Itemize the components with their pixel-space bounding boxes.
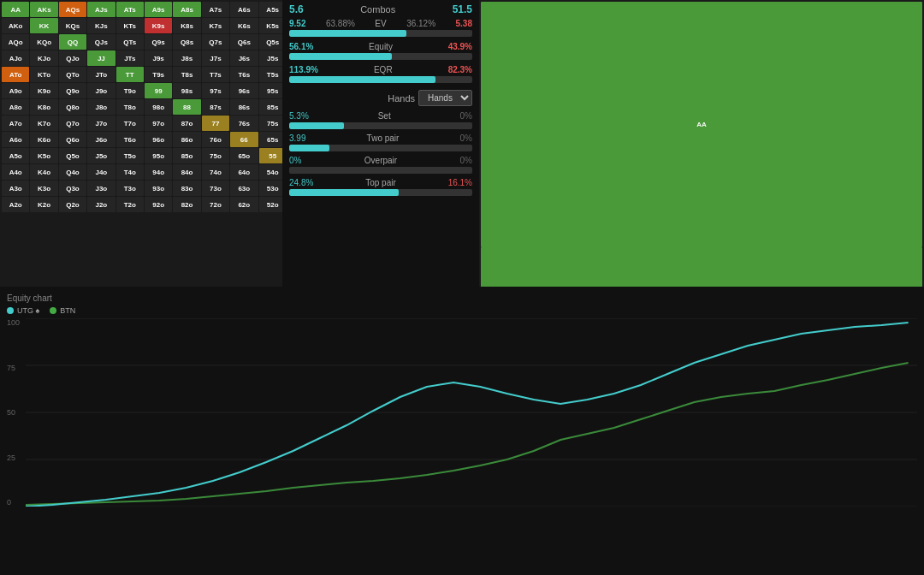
matrix-cell[interactable]: T8s xyxy=(173,67,200,82)
matrix-cell[interactable]: T9s xyxy=(145,67,172,82)
matrix-cell[interactable]: K8o xyxy=(30,99,57,115)
matrix-cell[interactable]: QQ xyxy=(59,34,86,50)
matrix-cell[interactable]: 52o xyxy=(259,197,282,212)
matrix-cell[interactable]: 76s xyxy=(230,116,258,131)
matrix-cell[interactable]: 65s xyxy=(259,132,282,147)
matrix-cell[interactable]: 66 xyxy=(230,132,258,147)
matrix-cell[interactable]: AQo xyxy=(2,34,29,50)
matrix-cell[interactable]: Q4o xyxy=(59,164,86,180)
matrix-cell[interactable]: KJs xyxy=(87,18,115,33)
matrix-cell[interactable]: J8s xyxy=(173,50,200,66)
matrix-cell[interactable]: 94o xyxy=(145,164,172,180)
matrix-cell[interactable]: J3o xyxy=(87,181,115,196)
matrix-cell[interactable]: J6s xyxy=(230,50,258,66)
matrix-cell[interactable]: A6s xyxy=(230,2,258,17)
matrix-cell[interactable]: K9s xyxy=(145,18,172,33)
matrix-cell[interactable]: J8o xyxy=(87,99,115,115)
matrix-cell[interactable]: 96s xyxy=(230,83,258,98)
matrix-cell[interactable]: JTs xyxy=(116,50,144,66)
matrix-cell[interactable]: Q8s xyxy=(173,34,200,50)
matrix-cell[interactable]: A9o xyxy=(2,83,29,98)
matrix-cell[interactable]: 93o xyxy=(145,181,172,196)
matrix-cell[interactable]: Q6s xyxy=(230,34,258,50)
matrix-cell[interactable]: AA xyxy=(2,2,29,17)
matrix-cell[interactable]: 87o xyxy=(173,116,200,131)
matrix-cell[interactable]: T4o xyxy=(116,164,144,180)
matrix-cell[interactable]: 82o xyxy=(173,197,200,212)
matrix-cell[interactable]: 74o xyxy=(202,164,229,180)
matrix-cell[interactable]: 54o xyxy=(259,164,282,180)
matrix-cell[interactable]: 65o xyxy=(230,148,258,163)
matrix-cell[interactable]: Q7s xyxy=(202,34,229,50)
matrix-cell[interactable]: KJo xyxy=(30,50,57,66)
matrix-cell[interactable]: A6o xyxy=(2,132,29,147)
matrix-cell[interactable]: AKs xyxy=(481,247,922,287)
matrix-cell[interactable]: A7o xyxy=(2,116,29,131)
matrix-cell[interactable]: K9o xyxy=(30,83,57,98)
matrix-cell[interactable]: AKo xyxy=(2,18,29,33)
matrix-cell[interactable]: QJo xyxy=(59,50,86,66)
matrix-cell[interactable]: 62o xyxy=(230,197,258,212)
matrix-cell[interactable]: ATo xyxy=(2,67,29,82)
matrix-cell[interactable]: AJo xyxy=(2,50,29,66)
matrix-cell[interactable]: 77 xyxy=(202,116,229,131)
matrix-cell[interactable]: Q5s xyxy=(259,34,282,50)
matrix-cell[interactable]: T5o xyxy=(116,148,144,163)
matrix-cell[interactable]: Q8o xyxy=(59,99,86,115)
matrix-cell[interactable]: J5o xyxy=(87,148,115,163)
matrix-cell[interactable]: 85o xyxy=(173,148,200,163)
matrix-cell[interactable]: T3o xyxy=(116,181,144,196)
matrix-cell[interactable]: J4o xyxy=(87,164,115,180)
matrix-cell[interactable]: Q3o xyxy=(59,181,86,196)
matrix-cell[interactable]: AJs xyxy=(87,2,115,17)
matrix-cell[interactable]: 72o xyxy=(202,197,229,212)
matrix-cell[interactable]: 55 xyxy=(259,148,282,163)
matrix-cell[interactable]: 63o xyxy=(230,181,258,196)
matrix-cell[interactable]: 75o xyxy=(202,148,229,163)
matrix-cell[interactable]: KQs xyxy=(59,18,86,33)
matrix-cell[interactable]: Q5o xyxy=(59,148,86,163)
matrix-cell[interactable]: 96o xyxy=(145,132,172,147)
matrix-cell[interactable]: Q7o xyxy=(59,116,86,131)
matrix-cell[interactable]: QJs xyxy=(87,34,115,50)
matrix-cell[interactable]: 84o xyxy=(173,164,200,180)
matrix-cell[interactable]: K3o xyxy=(30,181,57,196)
matrix-cell[interactable]: K8s xyxy=(173,18,200,33)
matrix-cell[interactable]: 98s xyxy=(173,83,200,98)
matrix-cell[interactable]: 75s xyxy=(259,116,282,131)
matrix-cell[interactable]: AQs xyxy=(59,2,86,17)
matrix-cell[interactable]: JTo xyxy=(87,67,115,82)
matrix-cell[interactable]: A5o xyxy=(2,148,29,163)
matrix-cell[interactable]: A4o xyxy=(2,164,29,180)
matrix-cell[interactable]: ATs xyxy=(116,2,144,17)
matrix-cell[interactable]: QTs xyxy=(116,34,144,50)
matrix-cell[interactable]: Q6o xyxy=(59,132,86,147)
matrix-cell[interactable]: Q2o xyxy=(59,197,86,212)
matrix-cell[interactable]: T7o xyxy=(116,116,144,131)
matrix-cell[interactable]: 92o xyxy=(145,197,172,212)
matrix-cell[interactable]: AKs xyxy=(30,2,57,17)
matrix-cell[interactable]: 87s xyxy=(202,99,229,115)
matrix-cell[interactable]: 86s xyxy=(230,99,258,115)
matrix-cell[interactable]: A9s xyxy=(145,2,172,17)
matrix-cell[interactable]: A8s xyxy=(173,2,200,17)
matrix-cell[interactable]: 76o xyxy=(202,132,229,147)
matrix-cell[interactable]: T6s xyxy=(230,67,258,82)
matrix-cell[interactable]: K2o xyxy=(30,197,57,212)
matrix-cell[interactable]: T2o xyxy=(116,197,144,212)
matrix-cell[interactable]: KTs xyxy=(116,18,144,33)
matrix-cell[interactable]: QTo xyxy=(59,67,86,82)
matrix-cell[interactable]: T5s xyxy=(259,67,282,82)
matrix-cell[interactable]: TT xyxy=(116,67,144,82)
matrix-cell[interactable]: 88 xyxy=(173,99,200,115)
matrix-cell[interactable]: JJ xyxy=(87,50,115,66)
matrix-cell[interactable]: 85s xyxy=(259,99,282,115)
matrix-cell[interactable]: A8o xyxy=(2,99,29,115)
matrix-cell[interactable]: T7s xyxy=(202,67,229,82)
matrix-cell[interactable]: AA xyxy=(481,2,922,247)
matrix-cell[interactable]: J9o xyxy=(87,83,115,98)
matrix-cell[interactable]: KTo xyxy=(30,67,57,82)
matrix-cell[interactable]: J7s xyxy=(202,50,229,66)
matrix-cell[interactable]: 83o xyxy=(173,181,200,196)
matrix-cell[interactable]: T6o xyxy=(116,132,144,147)
